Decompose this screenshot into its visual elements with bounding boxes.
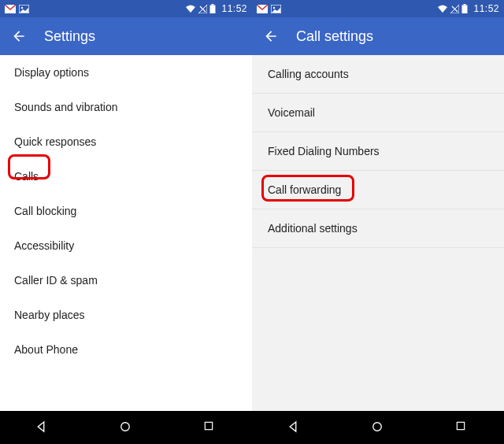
list-item-label: Call forwarding [268, 183, 341, 196]
phone-screen-call-settings: 11:52 Call settings Calling accounts Voi… [252, 0, 504, 444]
nav-back-icon[interactable] [286, 420, 302, 435]
signal-off-icon [198, 5, 207, 13]
svg-rect-7 [205, 422, 212, 429]
list-item-fixed-dialing-numbers[interactable]: Fixed Dialing Numbers [252, 132, 504, 171]
list-item-calls[interactable]: Calls [0, 159, 252, 194]
nav-home-icon[interactable] [370, 420, 386, 435]
list-item-call-blocking[interactable]: Call blocking [0, 194, 252, 228]
list-item-label: Voicemail [268, 106, 315, 119]
list-item-display-options[interactable]: Display options [0, 55, 252, 90]
svg-rect-12 [464, 4, 466, 6]
list-item-label: About Phone [14, 343, 78, 356]
nav-recent-icon[interactable] [454, 420, 470, 435]
app-bar: Call settings [252, 17, 504, 55]
list-item-label: Call blocking [14, 205, 76, 217]
list-item-call-forwarding[interactable]: Call forwarding [252, 171, 504, 209]
list-item-caller-id-spam[interactable]: Caller ID & spam [0, 263, 252, 298]
nav-recent-icon[interactable] [202, 420, 218, 435]
list-item-label: Sounds and vibration [14, 101, 118, 113]
list-item-label: Caller ID & spam [14, 274, 98, 287]
list-item-label: Nearby places [14, 309, 85, 321]
list-item-label: Display options [14, 66, 89, 79]
back-arrow-icon[interactable] [263, 28, 279, 44]
page-title: Settings [44, 28, 95, 45]
call-settings-list: Calling accounts Voicemail Fixed Dialing… [252, 55, 504, 411]
svg-point-6 [121, 423, 130, 431]
signal-off-icon [450, 5, 459, 13]
phone-screen-settings: 11:52 Settings Display options Sounds an… [0, 0, 252, 444]
list-item-additional-settings[interactable]: Additional settings [252, 209, 504, 248]
list-item-label: Fixed Dialing Numbers [268, 145, 380, 157]
nav-bar [252, 411, 504, 444]
wifi-icon [185, 5, 196, 13]
list-item-sounds-vibration[interactable]: Sounds and vibration [0, 90, 252, 124]
list-item-label: Quick responses [14, 135, 96, 148]
status-bar: 11:52 [252, 0, 504, 17]
svg-rect-15 [457, 422, 464, 429]
status-time: 11:52 [473, 3, 499, 14]
svg-point-10 [273, 6, 275, 8]
list-item-label: Accessibility [14, 239, 74, 252]
nav-bar [0, 411, 252, 444]
list-item-accessibility[interactable]: Accessibility [0, 228, 252, 263]
nav-home-icon[interactable] [118, 420, 134, 435]
battery-icon [461, 4, 468, 13]
list-item-label: Additional settings [268, 222, 358, 235]
svg-point-2 [21, 6, 23, 8]
gmail-icon [257, 5, 268, 13]
svg-rect-4 [212, 4, 214, 6]
list-item-calling-accounts[interactable]: Calling accounts [252, 55, 504, 94]
battery-icon [209, 4, 216, 13]
list-item-nearby-places[interactable]: Nearby places [0, 298, 252, 332]
wifi-icon [437, 5, 448, 13]
svg-rect-5 [210, 6, 216, 14]
status-time: 11:52 [221, 3, 247, 14]
list-item-about-phone[interactable]: About Phone [0, 332, 252, 367]
list-item-quick-responses[interactable]: Quick responses [0, 124, 252, 159]
list-item-label: Calling accounts [268, 68, 349, 80]
gmail-icon [5, 5, 16, 13]
list-item-label: Calls [14, 170, 39, 183]
settings-list: Display options Sounds and vibration Qui… [0, 55, 252, 411]
list-item-voicemail[interactable]: Voicemail [252, 94, 504, 132]
svg-rect-13 [462, 6, 468, 14]
app-bar: Settings [0, 17, 252, 55]
back-arrow-icon[interactable] [11, 28, 27, 44]
status-bar: 11:52 [0, 0, 252, 17]
nav-back-icon[interactable] [34, 420, 50, 435]
svg-point-14 [373, 423, 382, 431]
picture-icon [271, 5, 281, 13]
page-title: Call settings [296, 28, 373, 45]
picture-icon [19, 5, 29, 13]
